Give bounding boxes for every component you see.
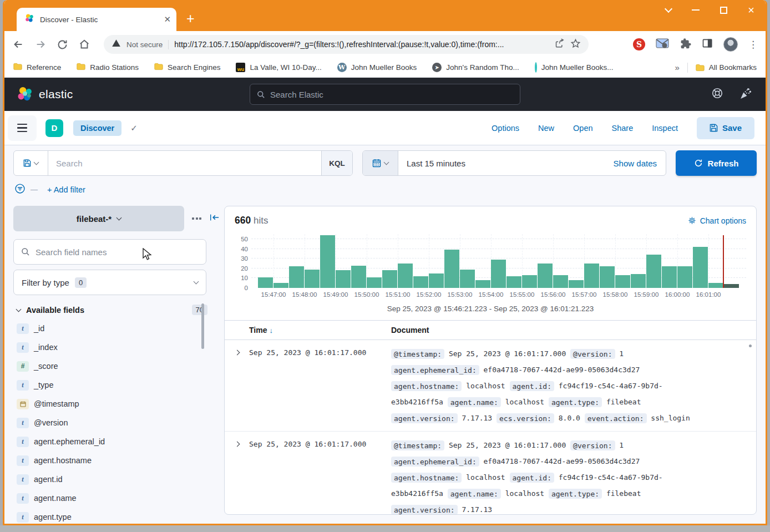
histogram-bar[interactable]: [538, 264, 553, 288]
field-item[interactable]: tagent.name: [17, 490, 209, 506]
field-item[interactable]: t_type: [17, 377, 209, 393]
field-name-badge[interactable]: agent.name:: [448, 489, 501, 499]
help-icon[interactable]: [711, 87, 723, 102]
extension-mail-icon[interactable]: [656, 38, 669, 51]
field-name-badge[interactable]: agent.type:: [549, 489, 602, 499]
field-item[interactable]: tagent.hostname: [17, 453, 209, 468]
url-text[interactable]: http://172.105.7.150/app/discover#/?_g=(…: [174, 40, 549, 49]
profile-avatar[interactable]: [723, 37, 738, 52]
histogram-bar[interactable]: [600, 266, 615, 288]
histogram-bar[interactable]: [460, 270, 475, 288]
histogram-bar[interactable]: [429, 273, 444, 288]
field-name-badge[interactable]: ecs.version:: [497, 413, 554, 423]
nav-link-share[interactable]: Share: [612, 124, 634, 133]
minimize-button[interactable]: [692, 9, 700, 11]
close-window-button[interactable]: ×: [748, 4, 754, 16]
histogram-bar[interactable]: [662, 266, 677, 288]
tab-close-icon[interactable]: ✕: [164, 14, 171, 24]
histogram-bar[interactable]: [569, 280, 584, 288]
histogram-bar[interactable]: [506, 276, 521, 288]
nav-link-open[interactable]: Open: [573, 124, 592, 133]
time-range-value[interactable]: Last 15 minutes: [398, 151, 614, 175]
new-tab-button[interactable]: +: [186, 11, 195, 27]
document-row[interactable]: Sep 25, 2023 @ 16:01:17.000 @timestamp: …: [225, 432, 756, 515]
field-name-badge[interactable]: event.action:: [585, 413, 647, 423]
field-name-badge[interactable]: agent.id:: [510, 473, 554, 483]
time-column-header[interactable]: Time↓: [249, 326, 391, 335]
saved-queries-button[interactable]: [14, 151, 48, 175]
field-name-badge[interactable]: agent.ephemeral_id:: [391, 365, 479, 375]
histogram-bar[interactable]: [553, 275, 568, 288]
bookmarks-overflow-chevron[interactable]: »: [675, 63, 679, 72]
histogram-bar[interactable]: [273, 283, 288, 288]
field-item[interactable]: t@version: [17, 415, 209, 430]
index-pattern-selector[interactable]: filebeat-*: [13, 206, 184, 231]
news-party-icon[interactable]: [740, 87, 752, 102]
extension-red-s-icon[interactable]: S: [633, 38, 645, 50]
all-bookmarks-button[interactable]: All Bookmarks: [696, 63, 757, 72]
add-filter-button[interactable]: + Add filter: [47, 185, 85, 194]
histogram-bar[interactable]: [491, 260, 506, 288]
histogram-bar[interactable]: [398, 264, 413, 288]
global-search-input[interactable]: Search Elastic: [250, 84, 520, 105]
field-name-badge[interactable]: @timestamp:: [391, 349, 444, 359]
histogram-bar[interactable]: [677, 266, 692, 288]
histogram-chart[interactable]: 01020304050 15:47:0015:48:0015:49:0015:5…: [231, 234, 746, 300]
histogram-bar[interactable]: [522, 275, 537, 288]
histogram-bar[interactable]: [258, 277, 273, 288]
field-name-badge[interactable]: agent.version:: [391, 505, 458, 515]
refresh-button[interactable]: Refresh: [676, 150, 757, 176]
histogram-bar[interactable]: [367, 277, 382, 288]
elastic-logo[interactable]: elastic: [17, 86, 73, 103]
back-button[interactable]: [12, 38, 24, 50]
histogram-bar[interactable]: [289, 266, 304, 288]
nav-link-options[interactable]: Options: [492, 124, 519, 133]
histogram-bar[interactable]: [708, 283, 723, 288]
field-item[interactable]: t_id: [17, 321, 209, 336]
nav-link-new[interactable]: New: [538, 124, 554, 133]
query-search-input[interactable]: Search: [48, 151, 321, 175]
histogram-bar[interactable]: [475, 280, 490, 288]
reload-button[interactable]: [57, 39, 68, 50]
hamburger-menu-button[interactable]: [8, 115, 37, 141]
expand-row-icon[interactable]: [234, 442, 240, 447]
histogram-bar[interactable]: [336, 270, 351, 288]
field-name-badge[interactable]: @version:: [570, 349, 615, 359]
histogram-bar[interactable]: [615, 275, 630, 288]
filter-icon[interactable]: [14, 183, 26, 196]
side-panel-icon[interactable]: [702, 38, 713, 51]
save-button[interactable]: Save: [697, 117, 754, 139]
field-item[interactable]: #_score: [17, 358, 209, 374]
browser-menu-icon[interactable]: ⋮: [748, 39, 758, 50]
home-button[interactable]: [78, 38, 90, 50]
show-dates-button[interactable]: Show dates: [614, 151, 666, 175]
available-fields-header[interactable]: Available fields 70: [13, 305, 209, 315]
bookmark-item[interactable]: Radio Stations: [77, 63, 139, 72]
field-name-badge[interactable]: agent.version:: [391, 413, 458, 423]
field-item[interactable]: t_index: [17, 340, 209, 355]
field-name-badge[interactable]: agent.ephemeral_id:: [391, 457, 479, 467]
field-item[interactable]: tagent.type: [17, 509, 209, 525]
field-name-badge[interactable]: agent.hostname:: [391, 473, 462, 483]
field-name-badge[interactable]: @timestamp:: [391, 440, 444, 450]
field-item[interactable]: tagent.id: [17, 472, 209, 487]
histogram-bar[interactable]: [631, 274, 646, 288]
histogram-bar[interactable]: [320, 235, 335, 288]
collapse-sidebar-icon[interactable]: [209, 213, 219, 224]
field-name-badge[interactable]: agent.hostname:: [391, 381, 462, 391]
extensions-puzzle-icon[interactable]: [680, 38, 691, 52]
maximize-button[interactable]: [720, 7, 727, 14]
fields-scrollbar[interactable]: [201, 303, 204, 349]
field-name-badge[interactable]: agent.name:: [448, 397, 501, 407]
document-row[interactable]: Sep 25, 2023 @ 16:01:17.000 @timestamp: …: [225, 340, 756, 432]
field-options-icon[interactable]: [192, 217, 201, 220]
histogram-bar[interactable]: [305, 270, 320, 288]
field-name-badge[interactable]: @version:: [570, 440, 615, 450]
bookmark-item[interactable]: ➤ John's Random Tho...: [432, 63, 519, 72]
query-language-button[interactable]: KQL: [321, 151, 352, 175]
field-name-badge[interactable]: agent.id:: [510, 381, 554, 391]
histogram-bar[interactable]: [724, 284, 739, 288]
bookmark-item[interactable]: Search Engines: [154, 63, 220, 72]
histogram-bar[interactable]: [382, 270, 397, 288]
forward-button[interactable]: [34, 38, 47, 50]
